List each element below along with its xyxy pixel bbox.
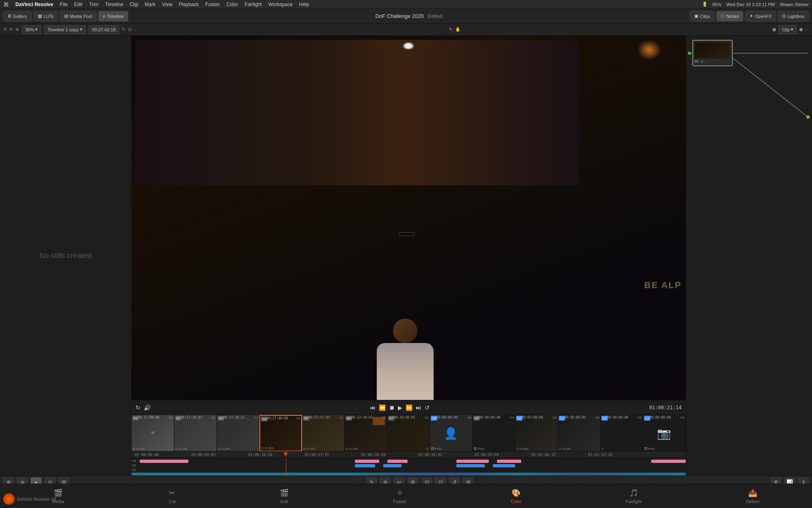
svg-point-2 — [688, 52, 691, 55]
orange-light — [637, 40, 661, 60]
clip-item[interactable]: 11 00:36:08:09 V3 ⊙ H.264 — [558, 415, 600, 451]
nodes-btn[interactable]: ⬡ Nodes — [716, 11, 744, 22]
nav-fusion[interactable]: ⚛ Fusion — [385, 488, 415, 504]
track-v4: V4 — [132, 459, 136, 463]
clip-item[interactable]: 07 00:34:56:01 V1 ⊙ — [387, 415, 430, 451]
person-silhouette — [373, 319, 438, 400]
deliver-nav-icon: 📤 — [748, 488, 757, 497]
stop-btn[interactable]: ⏹ — [389, 404, 395, 411]
clip-item[interactable]: 05 00:27:57:03 V1 ⊙ H.264 — [302, 415, 345, 451]
audio-icon[interactable]: 🔊 — [144, 404, 151, 411]
clip-item[interactable]: 06 00:32:34:03 V1 ⊙ H.264 — [345, 415, 387, 451]
prev-frame-btn[interactable]: ⏪ — [379, 404, 386, 411]
menu-right-info: 🔋 85% Wed Dec 18 2:19:11 PM Shawn Steine… — [702, 2, 809, 7]
more-icon: ··· — [134, 27, 138, 32]
play-btn[interactable]: ▶ — [398, 404, 402, 411]
apple-icon: ⌘ — [3, 1, 9, 8]
battery-icon: 🔋 — [702, 2, 708, 7]
cut-nav-label: Cut — [168, 499, 175, 504]
menu-view[interactable]: View — [162, 2, 173, 7]
glasses — [399, 232, 415, 236]
node-01-label-row: 01 ⊡ ○ — [695, 59, 730, 63]
track-v3: V3 — [132, 463, 136, 467]
node-01[interactable]: 01 ⊡ ○ — [692, 40, 733, 66]
track-clip-blue3 — [456, 464, 485, 467]
clip-item[interactable]: 10 00:03:08:00 V3 ⊙ H.264 — [515, 415, 558, 451]
viewer-icon1: ⟲ — [3, 27, 7, 32]
nav-color[interactable]: 🎨 Color — [503, 488, 529, 504]
loop2-icon[interactable]: ↺ — [425, 404, 430, 411]
menu-color[interactable]: Color — [227, 2, 238, 7]
menu-clip[interactable]: Clip — [130, 2, 138, 7]
timeline-tab[interactable]: ≡ Timeline — [98, 11, 128, 22]
timeline-copy-arrow: ▾ — [80, 27, 82, 32]
openfx-icon: ✦ — [749, 13, 753, 19]
hand-icon[interactable]: ✋ — [455, 27, 461, 32]
menu-fairlight[interactable]: Fairlight — [244, 2, 262, 7]
clip-item[interactable]: 09 00:00:00:00 V4 🖼 PNG — [473, 415, 515, 451]
next-frame-btn[interactable]: ⏩ — [406, 404, 412, 411]
video-frame: BE ALP — [132, 36, 686, 400]
menu-workspace[interactable]: Workspace — [268, 2, 293, 7]
clip-item[interactable]: 01 00:17:06:06 V1 🎬 ⊙ H.264 — [132, 415, 174, 451]
media-pool-icon: ▤ — [64, 13, 68, 19]
nav-edit[interactable]: 🎬 Edit — [272, 488, 297, 504]
clip-item-active[interactable]: 04 00:27:40:06 V1 ⊙ H.264 — [259, 415, 302, 451]
user-name: Shawn Steiner — [780, 2, 809, 7]
nav-fairlight[interactable]: 🎵 Fairlight — [618, 488, 650, 504]
cursor-icon[interactable]: ↖ — [449, 27, 453, 32]
footer-resolve-label: DaVinci Resolve 16 — [17, 497, 56, 501]
track-clip-blue4 — [493, 464, 515, 467]
system-time: Wed Dec 18 2:19:11 PM — [726, 2, 775, 7]
top-toolbar: ⊞ Gallery ▦ LUTs ▤ Media Pool ≡ Timeline… — [0, 9, 812, 24]
openfx-btn[interactable]: ✦ OpenFX — [745, 11, 776, 22]
nav-deliver[interactable]: 📤 Deliver — [738, 488, 768, 504]
menu-help[interactable]: Help — [299, 2, 309, 7]
gallery-icon: ⊞ — [8, 13, 11, 19]
fairlight-nav-label: Fairlight — [626, 499, 641, 504]
clip-item[interactable]: 03 00:27:36:21 V1 ⊙ H.264 — [217, 415, 259, 451]
clip-item[interactable]: 12 00:00:00:00 V3 ⊙ — [600, 415, 643, 451]
lightbox-btn[interactable]: ⊟ Lightbox — [777, 11, 809, 22]
menu-trim[interactable]: Trim — [89, 2, 99, 7]
deliver-nav-label: Deliver — [746, 499, 760, 504]
clip-mode-selector[interactable]: Clip ▾ — [778, 25, 797, 34]
zoom-control[interactable]: 30% ▾ — [22, 25, 41, 34]
main-layout: No stills created BE ALP — [0, 36, 812, 475]
gallery-label: Gallery — [13, 14, 27, 19]
track-clip-pink2 — [355, 460, 379, 463]
gallery-tab[interactable]: ⊞ Gallery — [3, 11, 32, 22]
clip-more-icon: ··· — [805, 27, 809, 32]
audio-track — [132, 473, 686, 475]
cut-nav-icon: ✂ — [169, 488, 175, 497]
menu-file[interactable]: File — [60, 2, 67, 7]
menu-fusion[interactable]: Fusion — [205, 2, 220, 7]
edit-nav-icon: 🎬 — [280, 488, 289, 497]
clip-item-camera[interactable]: 13 00:00:00:00 V4 📷 🖼 PNG — [643, 415, 686, 451]
timeline-label: Timeline — [107, 14, 123, 19]
skip-end-btn[interactable]: ⏭ — [416, 404, 421, 411]
fullscreen-icon: ⊡ — [128, 27, 132, 32]
menu-mark[interactable]: Mark — [145, 2, 155, 7]
clip-item-png[interactable]: 08 00:00:00:00 V3 👤 🖼 PNG — [430, 415, 473, 451]
second-toolbar: ⟲ ⟳ ⊕ 30% ▾ Timeline 1 copy ▾ 00:27:42:1… — [0, 24, 812, 36]
video-preview: BE ALP — [132, 36, 686, 400]
video-controls: ↻ 🔊 ⏮ ⏪ ⏹ ▶ ⏩ ⏭ ↺ 01:00:21:14 — [132, 400, 686, 415]
media-pool-tab[interactable]: ▤ Media Pool — [60, 11, 97, 22]
menu-timeline[interactable]: Timeline — [105, 2, 123, 7]
fusion-nav-label: Fusion — [393, 499, 406, 504]
timeline-copy-selector[interactable]: Timeline 1 copy ▾ — [44, 25, 86, 34]
luts-tab[interactable]: ▦ LUTs — [33, 11, 58, 22]
nav-cut[interactable]: ✂ Cut — [160, 488, 184, 504]
clips-btn[interactable]: ▣ Clips — [690, 11, 714, 22]
loop-icon[interactable]: ↻ — [136, 404, 140, 411]
clip-item[interactable]: 02 00:17:16:03 V1 ⊙ H.264 — [174, 415, 217, 451]
sync-icon: ↻ — [122, 27, 125, 32]
track-clip-pink6 — [651, 460, 686, 463]
menu-playback[interactable]: Playback — [179, 2, 199, 7]
skip-start-btn[interactable]: ⏮ — [370, 404, 376, 411]
zoom-arrow: ▾ — [35, 27, 38, 32]
media-pool-label: Media Pool — [70, 14, 92, 19]
timecode-display[interactable]: 00:27:42:18 — [89, 25, 119, 34]
menu-edit[interactable]: Edit — [74, 2, 83, 7]
